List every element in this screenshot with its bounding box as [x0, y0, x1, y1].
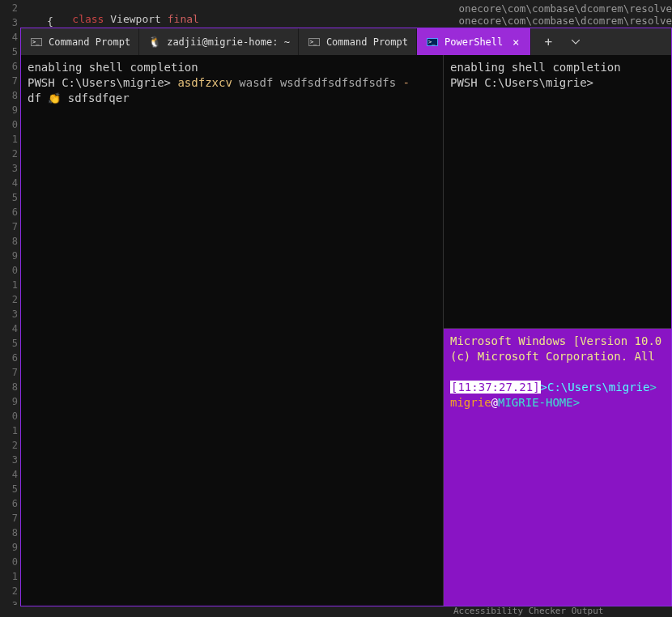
output-text: df [28, 91, 48, 104]
tab-label: Command Prompt [49, 36, 130, 48]
prompt-sep: > [649, 381, 656, 394]
keyword-final: final [168, 13, 199, 25]
command-text: asdfzxcv [177, 76, 232, 89]
command-args: wasdf wsdfsdfsdfsdfsdfs [232, 76, 403, 89]
line-number-gutter: 23456789 01234567 89012345 67890123 4567… [0, 0, 18, 613]
tab-cmd-1[interactable]: >_ Command Prompt [21, 28, 139, 55]
tab-label: PowerShell [444, 36, 503, 48]
at-sign: @ [491, 396, 498, 409]
debug-log-line: onecore\com\combase\dcomrem\resolve [459, 2, 672, 15]
terminal-window: >_ Command Prompt 🐧 zadjii@migrie-home: … [20, 28, 672, 606]
emoji-icon: 👏 [48, 92, 61, 104]
output-line: enabling shell completion [450, 61, 621, 74]
code-line-brace: { [47, 15, 53, 28]
timestamp: [11:37:27.21] [450, 381, 541, 394]
cmd-icon: >_ [31, 36, 42, 48]
current-path: C:\Users\migrie [547, 381, 649, 394]
output-text: sdfsdfqer [61, 91, 129, 104]
tab-powershell[interactable]: >_ PowerShell × [417, 28, 531, 55]
pane-right-column: enabling shell completion PWSH C:\Users\… [444, 55, 671, 606]
class-name: Viewport [104, 13, 167, 25]
cmd-icon: >_ [308, 36, 320, 48]
prompt-sep: > [573, 396, 580, 409]
hostname: MIGRIE-HOME [498, 396, 573, 409]
output-line: enabling shell completion [28, 61, 198, 74]
prompt: PWSH C:\Users\migrie> [28, 76, 177, 89]
version-line: Microsoft Windows [Version 10.0 [450, 334, 661, 347]
tab-controls: + [531, 28, 593, 55]
tux-icon: 🐧 [149, 36, 160, 48]
keyword-class: class [72, 13, 104, 25]
prompt-sep: > [541, 381, 547, 394]
debug-log-line: onecore\com\combase\dcomrem\resolve [459, 15, 672, 27]
username: migrie [450, 396, 491, 409]
close-icon[interactable]: × [509, 36, 522, 49]
copyright-line: (c) Microsoft Corporation. All [450, 350, 661, 363]
tab-label: zadjii@migrie-home: ~ [167, 36, 290, 48]
status-bar-background: Accessibility Checker Output [0, 605, 672, 617]
dash: - [403, 76, 410, 89]
terminal-panes: enabling shell completion PWSH C:\Users\… [21, 55, 671, 606]
pane-left[interactable]: enabling shell completion PWSH C:\Users\… [21, 55, 444, 606]
tab-cmd-2[interactable]: >_ Command Prompt [299, 28, 417, 55]
tab-bar: >_ Command Prompt 🐧 zadjii@migrie-home: … [21, 28, 671, 55]
prompt: PWSH C:\Users\migrie> [450, 76, 593, 89]
chevron-down-icon [572, 40, 580, 45]
tab-label: Command Prompt [326, 36, 408, 48]
pane-right-top[interactable]: enabling shell completion PWSH C:\Users\… [444, 55, 671, 328]
pane-right-bottom[interactable]: Microsoft Windows [Version 10.0 (c) Micr… [444, 328, 671, 606]
tab-dropdown-button[interactable] [564, 30, 588, 54]
powershell-icon: >_ [427, 36, 438, 48]
new-tab-button[interactable]: + [536, 30, 560, 54]
tab-wsl[interactable]: 🐧 zadjii@migrie-home: ~ [139, 28, 299, 55]
